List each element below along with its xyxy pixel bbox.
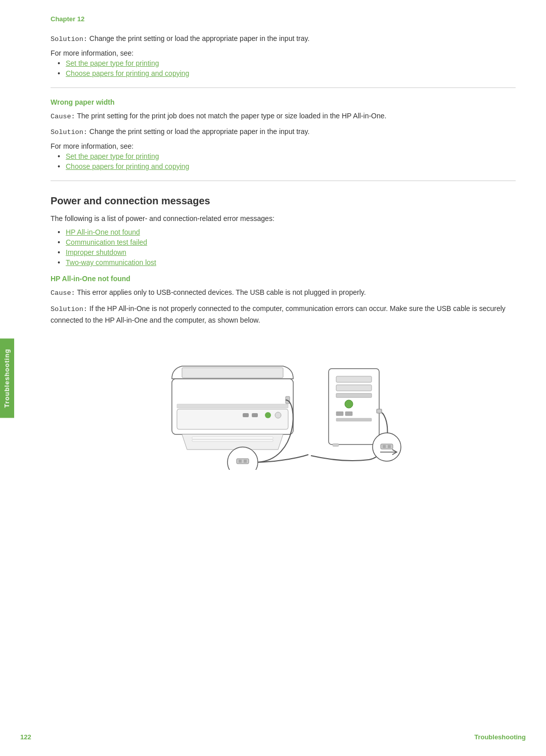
link-set-paper-type-2[interactable]: Set the paper type for printing [66,152,159,160]
svg-point-6 [275,412,281,418]
solution-text-2: Change the print setting or load the app… [87,127,309,136]
power-list-item-3[interactable]: Improper shutdown [66,248,516,256]
hp-cause-label: Cause: [51,289,75,297]
svg-rect-24 [336,418,372,421]
list-item-2a[interactable]: Set the paper type for printing [66,152,516,160]
link-hp-allinone-not-found[interactable]: HP All-in-One not found [66,228,140,236]
footer-label: Troubleshooting [474,733,526,741]
link-choose-papers-1[interactable]: Choose papers for printing and copying [66,69,189,77]
hp-solution-block: Solution: If the HP All-in-One is not pr… [51,303,516,326]
power-list-item-4[interactable]: Two-way communication lost [66,258,516,266]
svg-rect-28 [383,445,386,448]
hp-cause-block: Cause: This error applies only to USB-co… [51,287,516,299]
wrong-paper-width-heading: Wrong paper width [51,98,516,106]
hp-solution-label: Solution: [51,305,87,313]
solution-label-2: Solution: [51,128,87,136]
svg-rect-22 [333,443,339,447]
link-two-way-comm-lost[interactable]: Two-way communication lost [66,258,156,266]
divider-2 [51,181,516,181]
svg-rect-16 [336,376,372,382]
power-list-item-2[interactable]: Communication test failed [66,238,516,246]
solution-text-1: Change the print setting or load the app… [87,34,309,42]
cause-label-1: Cause: [51,113,75,120]
svg-rect-18 [336,393,372,397]
solution-block-1: Solution: Change the print setting or lo… [51,33,516,45]
svg-rect-2 [177,409,288,429]
svg-rect-29 [388,445,391,448]
svg-rect-7 [177,404,288,408]
list-item-1a[interactable]: Set the paper type for printing [66,59,516,67]
divider-1 [51,87,516,88]
link-list-1: Set the paper type for printing Choose p… [66,59,516,77]
link-list-2: Set the paper type for printing Choose p… [66,152,516,170]
power-list-item-1[interactable]: HP All-in-One not found [66,228,516,236]
footer-page-number: 122 [20,733,31,741]
page-footer: 122 Troubleshooting [20,733,526,741]
solution-block-2: Solution: Change the print setting or lo… [51,126,516,138]
svg-rect-27 [381,444,393,449]
link-set-paper-type-1[interactable]: Set the paper type for printing [66,59,159,67]
hp-cause-text: This error applies only to USB-connected… [75,288,366,296]
svg-rect-1 [182,368,283,378]
for-more-info-1: For more information, see: [51,49,516,57]
cause-block-1: Cause: The print setting for the print j… [51,110,516,122]
for-more-info-2: For more information, see: [51,142,516,150]
link-choose-papers-2[interactable]: Choose papers for printing and copying [66,162,189,170]
usb-connection-illustration [157,338,410,470]
svg-rect-10 [192,439,273,441]
cause-text-1: The print setting for the print job does… [75,112,387,120]
svg-rect-4 [252,413,258,417]
list-item-1b[interactable]: Choose papers for printing and copying [66,69,516,77]
svg-point-5 [265,412,271,418]
power-link-list: HP All-in-One not found Communication te… [66,228,516,266]
list-item-2b[interactable]: Choose papers for printing and copying [66,162,516,170]
svg-rect-14 [244,460,247,463]
svg-rect-17 [336,385,372,391]
link-communication-test-failed[interactable]: Communication test failed [66,238,147,246]
solution-label-1: Solution: [51,35,87,43]
link-improper-shutdown[interactable]: Improper shutdown [66,248,126,256]
printer-svg [157,338,410,470]
svg-rect-12 [237,459,249,464]
sidebar-tab: Troubleshooting [0,338,14,418]
hp-allinone-heading: HP All-in-One not found [51,275,516,283]
svg-rect-9 [192,437,273,439]
svg-rect-25 [377,409,382,413]
chapter-header: Chapter 12 [51,15,516,23]
power-section-heading: Power and connection messages [51,195,516,207]
svg-rect-13 [239,460,242,463]
svg-rect-21 [345,412,352,416]
svg-rect-20 [336,412,343,416]
hp-solution-text: If the HP All-in-One is not properly con… [51,304,506,325]
svg-rect-3 [243,413,249,417]
svg-point-19 [345,400,353,408]
power-section-intro: The following is a list of power- and co… [51,213,516,224]
